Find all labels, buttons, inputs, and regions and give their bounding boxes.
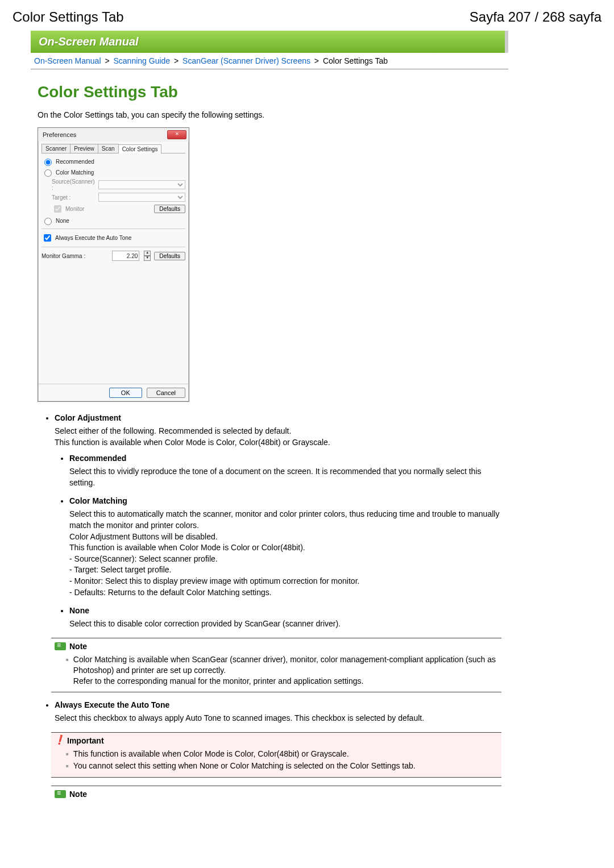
defaults-button-gamma[interactable]: Defaults [154, 252, 185, 260]
text: Select this to automatically match the s… [69, 509, 501, 531]
page-header: Color Settings Tab Sayfa 207 / 268 sayfa [10, 7, 604, 31]
radio-none[interactable] [44, 218, 52, 225]
heading-color-adjustment: Color Adjustment [55, 413, 501, 422]
chevron-up-icon[interactable]: ▲ [144, 251, 151, 256]
text: You cannot select this setting when None… [73, 761, 416, 771]
auto-tone-label: Always Execute the Auto Tone [55, 235, 131, 241]
source-select[interactable] [98, 180, 185, 189]
text: Color Adjustment Buttons will be disable… [69, 531, 501, 543]
note-heading: Note [69, 790, 87, 799]
monitor-checkbox[interactable] [54, 205, 61, 213]
gamma-value[interactable]: 2.20 [112, 251, 139, 261]
text: This function is available when Color Mo… [55, 437, 501, 448]
text: Refer to the corresponding manual for th… [73, 676, 364, 686]
text: This function is available when Color Mo… [73, 749, 349, 759]
text: - Defaults: Returns to the default Color… [69, 587, 501, 599]
defaults-button-matching[interactable]: Defaults [154, 205, 185, 213]
important-item: This function is available when Color Mo… [66, 749, 496, 759]
monitor-label: Monitor [65, 206, 84, 212]
note-heading: Note [69, 642, 87, 651]
radio-none-label: None [56, 218, 69, 224]
text: Select either of the following. Recommen… [55, 426, 501, 437]
breadcrumb-link-scangear-screens[interactable]: ScanGear (Scanner Driver) Screens [182, 56, 310, 65]
ok-button[interactable]: OK [109, 388, 142, 398]
important-heading: Important [67, 736, 104, 745]
note-icon [55, 642, 66, 650]
tab-scanner[interactable]: Scanner [42, 144, 70, 153]
heading-color-matching: Color Matching [69, 496, 501, 505]
page-title: Color Settings Tab [38, 83, 508, 101]
tab-preview[interactable]: Preview [70, 144, 98, 153]
tab-scan[interactable]: Scan [98, 144, 119, 153]
note-item: Color Matching is available when ScanGea… [66, 654, 496, 687]
tab-color-settings[interactable]: Color Settings [118, 144, 162, 153]
section-none: None Select this to disable color correc… [69, 606, 501, 630]
header-left: Color Settings Tab [13, 9, 124, 25]
text: - Source(Scanner): Select scanner profil… [69, 554, 501, 565]
target-select[interactable] [98, 193, 185, 202]
text: Select this to vividly reproduce the ton… [69, 466, 501, 488]
important-item: You cannot select this setting when None… [66, 761, 496, 771]
section-auto-tone: Always Execute the Auto Tone Select this… [55, 700, 501, 724]
note-icon [55, 790, 66, 798]
breadcrumb: On-Screen Manual > Scanning Guide > Scan… [31, 53, 508, 68]
breadcrumb-sep: > [314, 56, 319, 65]
source-label: Source(Scanner) : [52, 178, 96, 191]
important-icon [55, 736, 64, 745]
dialog-tabs: Scanner Preview Scan Color Settings [42, 144, 185, 153]
text: This function is available when Color Mo… [69, 542, 501, 554]
radio-color-matching-label: Color Matching [56, 169, 94, 176]
close-icon[interactable]: ✕ [167, 130, 186, 139]
dialog-titlebar: Preferences ✕ [38, 128, 189, 142]
breadcrumb-sep: > [174, 56, 179, 65]
header-right: Sayfa 207 / 268 sayfa [470, 9, 601, 25]
note-callout-2: Note [51, 786, 501, 800]
text: Select this to disable color correction … [69, 618, 501, 630]
auto-tone-checkbox[interactable] [44, 234, 51, 242]
note-callout: Note Color Matching is available when Sc… [51, 638, 501, 693]
chevron-down-icon[interactable]: ▼ [144, 256, 151, 261]
section-color-matching: Color Matching Select this to automatica… [69, 496, 501, 598]
heading-auto-tone: Always Execute the Auto Tone [55, 700, 501, 709]
radio-recommended[interactable] [44, 159, 52, 166]
breadcrumb-link-scanning-guide[interactable]: Scanning Guide [113, 56, 170, 65]
text: - Monitor: Select this to display previe… [69, 576, 501, 587]
gamma-label: Monitor Gamma : [42, 253, 109, 259]
breadcrumb-sep: > [105, 56, 109, 65]
section-recommended: Recommended Select this to vividly repro… [69, 454, 501, 488]
intro-text: On the Color Settings tab, you can speci… [38, 110, 508, 119]
important-callout: Important This function is available whe… [51, 732, 501, 778]
heading-recommended: Recommended [69, 454, 501, 463]
text: - Target: Select target profile. [69, 564, 501, 576]
section-color-adjustment: Color Adjustment Select either of the fo… [55, 413, 501, 630]
breadcrumb-link-on-screen-manual[interactable]: On-Screen Manual [34, 56, 101, 65]
text: Select this checkbox to always apply Aut… [55, 713, 501, 724]
manual-banner: On-Screen Manual [31, 31, 508, 53]
dialog-title: Preferences [43, 131, 76, 138]
target-label: Target : [52, 194, 96, 201]
text: Color Matching is available when ScanGea… [73, 655, 496, 675]
breadcrumb-current: Color Settings Tab [323, 56, 388, 65]
heading-none: None [69, 606, 501, 615]
cancel-button[interactable]: Cancel [147, 388, 185, 398]
gamma-spinner[interactable]: ▲ ▼ [144, 251, 151, 261]
preferences-dialog: Preferences ✕ Scanner Preview Scan Color… [38, 127, 189, 402]
divider [31, 69, 508, 69]
radio-color-matching[interactable] [44, 169, 52, 177]
radio-recommended-label: Recommended [56, 159, 94, 165]
